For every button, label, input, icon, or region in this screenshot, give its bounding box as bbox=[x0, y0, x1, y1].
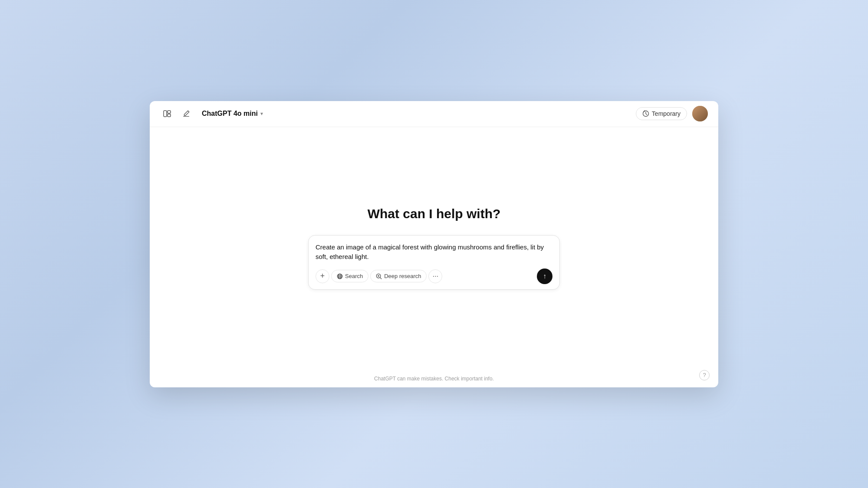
temporary-icon bbox=[642, 110, 649, 117]
temporary-button[interactable]: Temporary bbox=[636, 107, 687, 120]
toolbar-left: + Search bbox=[316, 269, 442, 283]
question-mark-icon: ? bbox=[703, 372, 706, 378]
page-title: What can I help with? bbox=[368, 206, 501, 221]
browser-window: ChatGPT 4o mini ▾ Temporary W bbox=[150, 101, 718, 387]
search-label: Search bbox=[345, 273, 363, 279]
search-globe-icon bbox=[337, 273, 343, 279]
deep-research-icon bbox=[376, 273, 382, 279]
chat-input-container: Create an image of a magical forest with… bbox=[308, 235, 560, 290]
sidebar-icon bbox=[163, 109, 171, 118]
top-bar: ChatGPT 4o mini ▾ Temporary bbox=[150, 101, 718, 127]
deep-research-button[interactable]: Deep research bbox=[370, 270, 427, 282]
avatar-image bbox=[692, 106, 708, 121]
submit-arrow-icon: ↑ bbox=[543, 272, 546, 280]
attach-button[interactable]: + bbox=[316, 269, 329, 283]
ellipsis-icon: ··· bbox=[433, 272, 438, 280]
footer-text: ChatGPT can make mistakes. Check importa… bbox=[374, 376, 494, 382]
input-toolbar: + Search bbox=[316, 269, 552, 284]
deep-research-label: Deep research bbox=[384, 273, 421, 279]
svg-rect-0 bbox=[164, 111, 167, 117]
model-name: ChatGPT 4o mini bbox=[202, 110, 258, 118]
chevron-down-icon: ▾ bbox=[260, 111, 263, 117]
new-chat-button[interactable] bbox=[179, 107, 193, 121]
footer: ChatGPT can make mistakes. Check importa… bbox=[150, 369, 718, 387]
top-bar-right: Temporary bbox=[636, 106, 708, 121]
model-selector[interactable]: ChatGPT 4o mini ▾ bbox=[198, 108, 266, 119]
svg-rect-1 bbox=[168, 111, 171, 113]
temporary-label: Temporary bbox=[652, 110, 681, 117]
chat-input[interactable]: Create an image of a magical forest with… bbox=[316, 242, 552, 263]
more-options-button[interactable]: ··· bbox=[428, 269, 442, 283]
edit-icon bbox=[182, 110, 190, 118]
search-button[interactable]: Search bbox=[331, 270, 368, 282]
main-content: What can I help with? Create an image of… bbox=[150, 127, 718, 369]
plus-icon: + bbox=[320, 272, 325, 281]
submit-button[interactable]: ↑ bbox=[537, 269, 552, 284]
help-button[interactable]: ? bbox=[699, 370, 710, 380]
sidebar-toggle-button[interactable] bbox=[160, 107, 174, 121]
user-avatar[interactable] bbox=[692, 106, 708, 121]
svg-rect-2 bbox=[168, 114, 171, 117]
top-bar-left: ChatGPT 4o mini ▾ bbox=[160, 107, 266, 121]
